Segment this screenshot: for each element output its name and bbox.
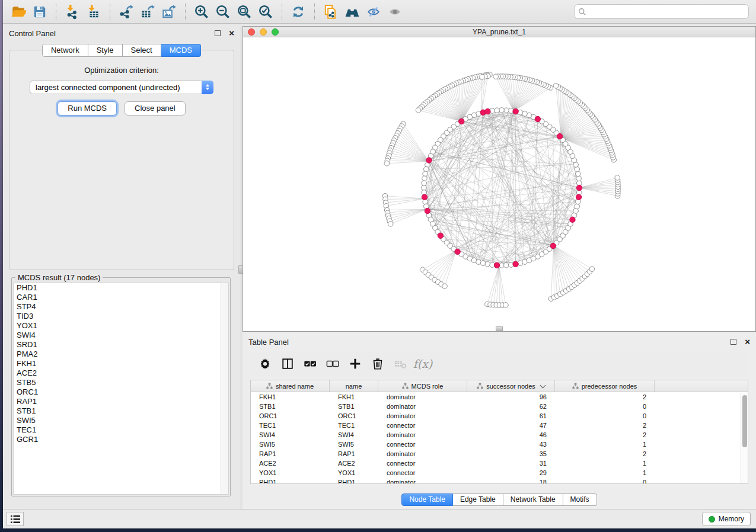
tab-mcds[interactable]: MCDS <box>161 44 201 57</box>
cell-MCDS-role[interactable]: dominator <box>378 477 467 484</box>
show-columns-button[interactable] <box>277 354 298 373</box>
mcds-list-scrollbar[interactable] <box>221 283 228 494</box>
cell-successor-nodes[interactable]: 18 <box>467 477 555 484</box>
mcds-result-item[interactable]: RAP1 <box>14 397 228 406</box>
column-header-name[interactable]: name <box>330 380 378 392</box>
graph-node[interactable] <box>480 261 486 266</box>
cell-name[interactable]: RAP1 <box>330 449 378 459</box>
mcds-result-item[interactable]: PHD1 <box>14 283 228 293</box>
cell-successor-nodes[interactable]: 35 <box>467 449 555 459</box>
memory-button[interactable]: Memory <box>702 512 751 526</box>
mcds-result-item[interactable]: STB1 <box>14 406 228 416</box>
table-row[interactable]: TEC1TEC1connector472 <box>251 421 748 430</box>
graph-node[interactable] <box>535 116 540 121</box>
graph-node[interactable] <box>576 194 581 200</box>
graph-node[interactable] <box>493 74 499 79</box>
table-row[interactable]: YOX1YOX1connector291 <box>251 468 748 477</box>
cell-shared-name[interactable]: FKH1 <box>251 392 330 402</box>
import-table-button[interactable] <box>83 2 104 22</box>
save-session-button[interactable] <box>29 2 50 22</box>
column-header-successor-nodes[interactable]: successor nodes <box>467 380 555 392</box>
graph-node[interactable] <box>422 194 427 200</box>
graph-node[interactable] <box>426 158 432 163</box>
tab-motifs[interactable]: Motifs <box>563 493 597 506</box>
graph-node[interactable] <box>494 262 499 268</box>
criterion-select[interactable]: largest connected component (undirected) <box>30 81 213 94</box>
table-row[interactable]: PHD1PHD1dominator180 <box>251 477 748 484</box>
minimize-window-icon[interactable] <box>260 28 267 36</box>
run-mcds-button[interactable]: Run MCDS <box>58 101 117 116</box>
cell-MCDS-role[interactable]: dominator <box>378 449 467 459</box>
cell-predecessor-nodes[interactable]: 1 <box>555 468 655 477</box>
cell-name[interactable]: FKH1 <box>330 392 378 402</box>
graph-node[interactable] <box>504 108 509 113</box>
cell-MCDS-role[interactable]: dominator <box>378 430 467 440</box>
graph-node[interactable] <box>480 75 485 80</box>
cell-shared-name[interactable]: YOX1 <box>251 468 330 477</box>
table-row[interactable]: SWI5SWI5connector431 <box>251 440 748 449</box>
table-row[interactable]: FKH1FKH1dominator962 <box>251 392 748 402</box>
table-options-button[interactable] <box>255 354 275 373</box>
table-row[interactable]: ORC1ORC1dominator610 <box>251 411 748 421</box>
cell-MCDS-role[interactable]: connector <box>378 440 467 449</box>
cell-name[interactable]: SWI4 <box>330 430 378 440</box>
float-table-panel-icon[interactable] <box>731 339 736 345</box>
cell-predecessor-nodes[interactable]: 0 <box>555 477 655 484</box>
graph-node[interactable] <box>388 222 393 227</box>
clone-network-button[interactable] <box>320 2 342 22</box>
mcds-result-item[interactable]: ORC1 <box>14 387 228 397</box>
table-scrollbar[interactable] <box>741 393 748 483</box>
cell-predecessor-nodes[interactable]: 1 <box>555 459 655 468</box>
zoom-out-button[interactable] <box>212 2 234 22</box>
graph-node[interactable] <box>550 243 556 248</box>
mcds-result-item[interactable]: GCR1 <box>14 435 228 444</box>
graph-node[interactable] <box>503 303 509 308</box>
tab-node-table[interactable]: Node Table <box>401 493 453 506</box>
cell-MCDS-role[interactable]: dominator <box>378 402 467 411</box>
mcds-result-item[interactable]: SRD1 <box>14 340 228 350</box>
graph-node[interactable] <box>575 204 580 209</box>
cell-shared-name[interactable]: SWI4 <box>251 430 330 440</box>
cell-name[interactable]: SWI5 <box>330 440 378 449</box>
graph-node[interactable] <box>513 108 518 114</box>
cell-shared-name[interactable]: ORC1 <box>251 411 330 421</box>
float-panel-icon[interactable] <box>215 30 221 36</box>
cell-predecessor-nodes[interactable]: 2 <box>555 449 655 459</box>
graph-node[interactable] <box>416 108 421 113</box>
graph-node[interactable] <box>485 262 490 267</box>
graph-node[interactable] <box>425 208 430 213</box>
close-window-icon[interactable] <box>248 28 255 36</box>
zoom-selected-button[interactable] <box>255 2 276 22</box>
graph-node[interactable] <box>504 262 509 268</box>
graph-node[interactable] <box>423 171 428 177</box>
task-history-button[interactable] <box>7 512 24 526</box>
apply-preferred-layout-button[interactable] <box>288 2 309 22</box>
cell-name[interactable]: ORC1 <box>330 411 378 421</box>
close-table-panel-icon[interactable]: × <box>745 339 750 345</box>
search-input[interactable] <box>589 8 745 16</box>
tab-style[interactable]: Style <box>88 44 123 57</box>
mcds-result-item[interactable]: CAR1 <box>14 293 228 302</box>
graph-node[interactable] <box>455 249 460 254</box>
hide-selected-button[interactable] <box>363 2 384 22</box>
mcds-result-item[interactable]: STB5 <box>14 378 228 387</box>
mcds-result-item[interactable]: YOX1 <box>14 321 228 331</box>
mcds-result-item[interactable]: FKH1 <box>14 359 228 368</box>
deselect-all-button[interactable] <box>323 354 343 373</box>
graph-node[interactable] <box>499 108 505 113</box>
table-row[interactable]: STB1STB1dominator620 <box>251 402 748 411</box>
cell-successor-nodes[interactable]: 31 <box>467 459 555 468</box>
graph-node[interactable] <box>422 181 427 186</box>
mcds-result-item[interactable]: TEC1 <box>14 425 228 435</box>
graph-node[interactable] <box>495 108 500 113</box>
cell-successor-nodes[interactable]: 61 <box>467 411 555 421</box>
graph-node[interactable] <box>384 161 390 166</box>
cell-name[interactable]: TEC1 <box>330 421 378 430</box>
cell-shared-name[interactable]: SWI5 <box>251 440 330 449</box>
open-file-button[interactable] <box>8 2 29 22</box>
graph-node[interactable] <box>424 166 429 172</box>
graph-node[interactable] <box>615 175 620 181</box>
cell-predecessor-nodes[interactable]: 0 <box>555 402 655 411</box>
mcds-result-item[interactable]: STP4 <box>14 302 228 312</box>
mcds-result-item[interactable]: SWI5 <box>14 416 228 425</box>
